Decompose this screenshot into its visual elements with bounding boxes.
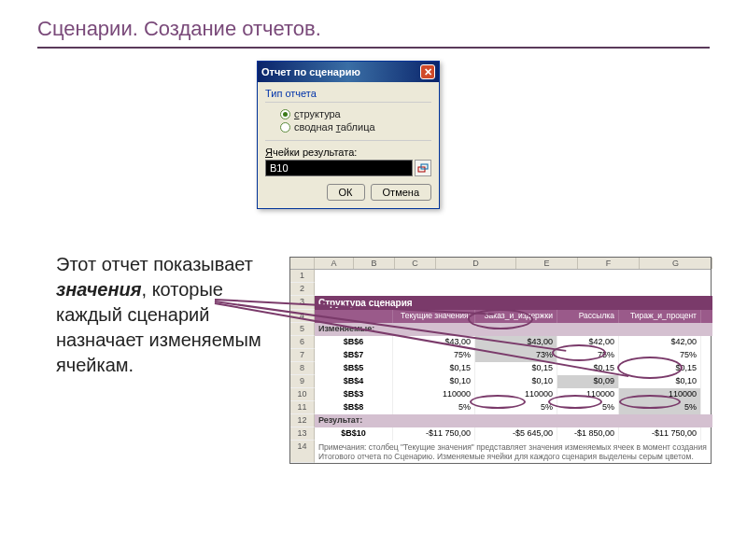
radio-structure[interactable]: структура xyxy=(280,108,428,119)
col-f[interactable]: F xyxy=(578,258,640,269)
row-7[interactable]: 7 xyxy=(290,349,315,362)
column-headers: A B C D E F G xyxy=(290,258,711,270)
table-row: $B$85%5%5%5% xyxy=(315,401,712,414)
row-4[interactable]: 4 xyxy=(290,310,315,323)
excel-screenshot: A B C D E F G 1 2 3Структура сценария 4 … xyxy=(289,257,712,464)
dialog-body: Тип отчета структура сводная таблица Яче… xyxy=(258,82,439,208)
result-row: $B$10-$11 750,00-$5 645,00-$1 850,00-$11… xyxy=(315,427,712,441)
col-e[interactable]: E xyxy=(516,258,578,269)
radio-icon xyxy=(280,109,290,119)
body-emphasis: значения xyxy=(56,279,142,300)
scenario-col-headers: Текущие значения:Заказ_и_издержкиРассылк… xyxy=(315,310,712,323)
result-cells-label: Ячейки результата: xyxy=(265,147,431,158)
col-d[interactable]: D xyxy=(436,258,516,269)
result-cells-input[interactable]: B10 xyxy=(265,160,413,176)
refedit-icon xyxy=(417,162,429,174)
radio-pivot[interactable]: сводная таблица xyxy=(280,121,428,133)
row-6[interactable]: 6 xyxy=(290,336,315,349)
row-8[interactable]: 8 xyxy=(290,362,315,375)
col-b[interactable]: B xyxy=(354,258,395,269)
refedit-button[interactable] xyxy=(415,160,431,176)
table-row: $B$4$0,10$0,10$0,09$0,10 xyxy=(315,375,712,388)
col-a[interactable]: A xyxy=(315,258,354,269)
report-type-label: Тип отчета xyxy=(265,88,431,99)
row-1[interactable]: 1 xyxy=(290,270,315,283)
changing-label: Изменяемые: xyxy=(315,323,712,336)
ok-button[interactable]: ОК xyxy=(327,184,365,201)
dialog-title-text: Отчет по сценарию xyxy=(261,66,360,77)
radio-structure-label: структура xyxy=(294,108,341,119)
radio-icon xyxy=(280,122,290,133)
col-g[interactable]: G xyxy=(640,258,712,269)
report-type-group: структура сводная таблица xyxy=(265,102,431,141)
row-5[interactable]: 5 xyxy=(290,323,315,336)
body-text: Этот отчет показывает значения, которые … xyxy=(56,252,271,378)
table-row: $B$5$0,15$0,15$0,15$0,15 xyxy=(315,362,712,375)
dialog-titlebar[interactable]: Отчет по сценарию ✕ xyxy=(258,62,439,82)
table-row: $B$775%73%75%75% xyxy=(315,349,712,362)
row-11[interactable]: 11 xyxy=(290,401,315,414)
structure-title: Структура сценария xyxy=(315,296,712,310)
row-3[interactable]: 3 xyxy=(290,296,315,310)
row-9[interactable]: 9 xyxy=(290,375,315,388)
radio-pivot-label: сводная таблица xyxy=(294,121,375,133)
close-icon[interactable]: ✕ xyxy=(420,64,435,79)
body-prefix: Этот отчет показывает xyxy=(56,254,253,274)
title-underline xyxy=(37,47,710,49)
row-13[interactable]: 13 xyxy=(290,427,315,441)
row-12[interactable]: 12 xyxy=(290,414,315,427)
table-row: $B$6$43,00$43,00$42,00$42,00 xyxy=(315,336,712,349)
col-c[interactable]: C xyxy=(395,258,436,269)
row-14[interactable]: 14 xyxy=(290,441,315,463)
scenario-report-dialog: Отчет по сценарию ✕ Тип отчета структура… xyxy=(257,61,440,209)
footnote: Примечания: столбец "Текущие значения" п… xyxy=(315,441,712,463)
result-label: Результат: xyxy=(315,414,712,427)
row-10[interactable]: 10 xyxy=(290,388,315,401)
table-row: $B$3110000110000110000110000 xyxy=(315,388,712,401)
slide-title: Сценарии. Создание отчетов. xyxy=(37,17,321,41)
cancel-button[interactable]: Отмена xyxy=(371,184,431,201)
row-2[interactable]: 2 xyxy=(290,283,315,296)
